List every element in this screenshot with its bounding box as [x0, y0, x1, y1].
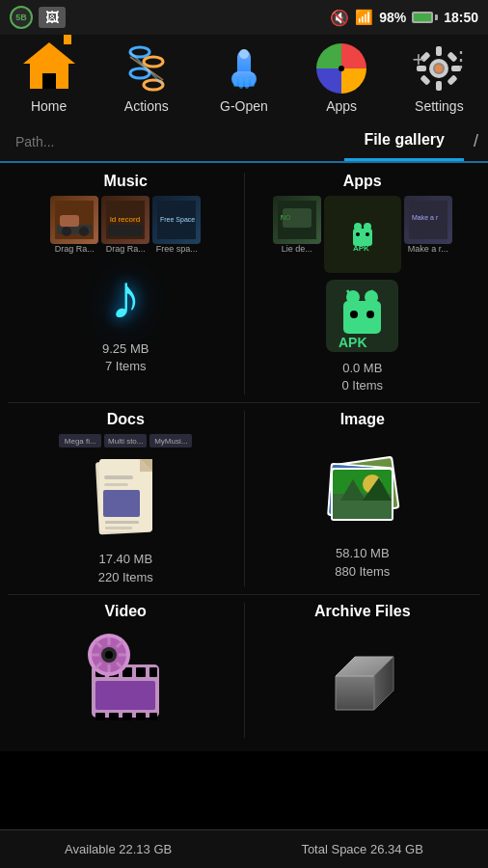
svg-rect-83: [95, 681, 155, 710]
music-icon: ♪: [8, 258, 244, 335]
nav-item-home-label: Home: [31, 98, 67, 114]
svg-point-1: [144, 57, 163, 67]
image-size: 58.10 MB: [335, 545, 390, 562]
top-nav-actions: + ⋮: [401, 42, 478, 77]
svg-rect-38: [283, 208, 312, 228]
time-display: 18:50: [444, 10, 478, 25]
nav-item-settings-label: Settings: [415, 98, 464, 114]
thumb-lie-detector[interactable]: NO: [273, 196, 321, 244]
svg-rect-85: [109, 713, 119, 720]
docs-mini-thumbs: Mega fi... Multi sto... MyMusi...: [59, 434, 192, 448]
svg-rect-9: [233, 77, 237, 87]
thumb-apk[interactable]: APK: [324, 196, 401, 273]
archive-title: Archive Files: [314, 603, 411, 620]
apps-thumbnails: NO Lie de... APK: [273, 196, 452, 273]
nav-item-gopen-label: G-Open: [220, 98, 268, 114]
docs-items: 220 Items: [98, 569, 153, 586]
svg-rect-63: [103, 490, 140, 517]
svg-rect-62: [104, 483, 128, 486]
music-section[interactable]: Music Drag Ra... ld record Drag Ra...: [8, 173, 244, 394]
footer: Available 22.13 GB Total Space 26.34 GB: [0, 829, 488, 868]
svg-point-44: [366, 232, 369, 236]
svg-point-2: [130, 68, 149, 78]
svg-rect-33: [108, 225, 143, 236]
svg-point-14: [339, 66, 344, 71]
tab-file-gallery[interactable]: File gallery: [344, 122, 464, 161]
music-thumbnails: Drag Ra... ld record Drag Ra... Free Spa…: [50, 196, 201, 254]
docs-size: 17.40 MB: [98, 551, 153, 568]
svg-point-8: [239, 49, 249, 59]
apps-info: 0.0 MB 0 Items: [341, 360, 383, 394]
docs-section[interactable]: Docs Mega fi... Multi sto... MyMusi...: [8, 411, 244, 585]
add-button[interactable]: +: [401, 42, 436, 77]
svg-text:Make a r: Make a r: [412, 214, 439, 221]
tab-bar: File gallery /: [0, 122, 488, 163]
signal-icon: 📶: [355, 9, 373, 26]
svg-rect-64: [105, 521, 139, 524]
image-title: Image: [340, 411, 385, 428]
apps-section-icon: APK: [245, 277, 481, 354]
svg-point-29: [62, 227, 71, 236]
thumb-free-label: Free spa...: [152, 244, 201, 254]
grid-row-3: Video: [8, 603, 480, 738]
thumb-drag-racing-2[interactable]: ld record: [101, 196, 149, 244]
svg-rect-84: [95, 713, 105, 720]
svg-text:Free Space: Free Space: [160, 216, 195, 224]
svg-point-41: [354, 223, 362, 231]
nav-item-apps[interactable]: Apps: [298, 42, 385, 114]
more-button[interactable]: ⋮: [444, 42, 478, 77]
image-icon: [245, 448, 481, 539]
tab-slash: /: [464, 122, 488, 161]
status-left: 5B 🖼: [10, 6, 66, 29]
svg-text:ld record: ld record: [110, 215, 140, 224]
available-space: Available 22.13 GB: [65, 842, 172, 856]
thumb-drag-label-2: Drag Ra...: [101, 244, 149, 254]
music-size: 9.25 MB: [102, 340, 149, 358]
apps-icon: [315, 42, 367, 95]
thumb-lie-label: Lie de...: [273, 244, 321, 254]
nav-item-actions-label: Actions: [124, 98, 169, 114]
svg-rect-12: [251, 77, 255, 87]
svg-text:APK: APK: [353, 244, 369, 253]
svg-rect-49: [343, 301, 381, 334]
svg-rect-82: [149, 667, 157, 677]
apps-items: 0 Items: [341, 377, 383, 394]
badge-icon: 5B: [10, 6, 33, 29]
actions-icon: [121, 42, 173, 95]
section-divider-1: [8, 402, 480, 403]
grid-row-2: Docs Mega fi... Multi sto... MyMusi...: [8, 411, 480, 585]
svg-rect-86: [122, 713, 132, 720]
nav-item-actions[interactable]: Actions: [103, 42, 190, 114]
svg-rect-28: [60, 215, 79, 227]
content-area: Music Drag Ra... ld record Drag Ra...: [0, 163, 488, 751]
archive-section[interactable]: Archive Files: [245, 603, 481, 738]
video-icon: [8, 626, 244, 732]
svg-rect-88: [149, 713, 157, 720]
image-info: 58.10 MB 880 Items: [335, 545, 390, 580]
nav-item-home[interactable]: Home: [6, 42, 93, 114]
svg-point-55: [366, 311, 374, 318]
battery-icon: [412, 12, 438, 23]
nav-item-gopen[interactable]: G-Open: [201, 42, 287, 114]
apps-section[interactable]: Apps NO Lie de...: [245, 173, 481, 394]
thumb-drag-racing-1[interactable]: [50, 196, 98, 244]
thumb-drag-label-1: Drag Ra...: [50, 244, 98, 254]
svg-point-30: [79, 227, 89, 236]
music-title: Music: [104, 173, 148, 190]
archive-icon: [245, 626, 481, 732]
thumb-free-space[interactable]: Free Space: [152, 196, 201, 244]
docs-info: 17.40 MB 220 Items: [98, 551, 153, 585]
thumb-make-label: Make a r...: [404, 244, 452, 254]
image-section[interactable]: Image: [245, 411, 481, 585]
mute-icon: 🔇: [330, 9, 349, 27]
music-items: 7 Items: [102, 358, 149, 375]
docs-icon: [8, 453, 244, 545]
svg-rect-18: [436, 81, 442, 91]
svg-rect-81: [136, 667, 146, 677]
path-input[interactable]: [0, 126, 344, 157]
svg-text:APK: APK: [339, 335, 367, 350]
video-section[interactable]: Video: [8, 603, 244, 738]
svg-rect-11: [245, 77, 249, 89]
thumb-make[interactable]: Make a r: [404, 196, 452, 244]
grid-row-1: Music Drag Ra... ld record Drag Ra...: [8, 173, 480, 394]
